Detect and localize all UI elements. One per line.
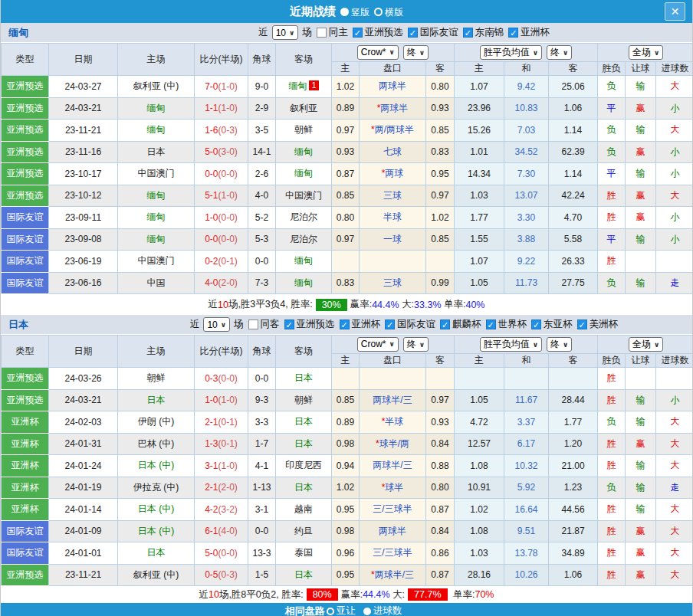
avg-odds-select-value: 胜平负均值 [484, 46, 530, 59]
layout-vertical-label[interactable]: 竖版 [351, 7, 369, 18]
column-header: 角球 [248, 336, 276, 368]
result-handicap: 赢 [626, 207, 656, 229]
away-odds: 0.80 [426, 477, 455, 499]
competition-checkbox[interactable]: ✓ [577, 319, 587, 329]
competition-checkbox[interactable]: ✓ [385, 319, 395, 329]
layout-horizontal-label[interactable]: 横版 [385, 7, 403, 18]
fulltime-score: 4-2 [205, 504, 218, 515]
competition-label[interactable]: 东亚杯 [544, 318, 573, 331]
match-date: 23-11-16 [49, 141, 118, 163]
home-odds [332, 368, 360, 390]
odds-time-select[interactable]: 终∨ [403, 337, 429, 352]
competition-checkbox[interactable]: ✓ [340, 319, 350, 329]
match-type: 亚洲预选 [2, 564, 49, 586]
competition-checkbox[interactable]: ✓ [463, 28, 473, 38]
competition-checkbox[interactable]: ✓ [408, 28, 418, 38]
halftime-score: (2-0) [218, 482, 238, 493]
summary-part: 场,胜3平3负4, 胜率: [228, 298, 313, 311]
sub-column-header: 主 [455, 62, 504, 76]
goals-label[interactable]: 进球数 [373, 605, 402, 616]
corner-score: 9-0 [248, 76, 276, 98]
competition-checkbox[interactable]: ✓ [353, 28, 363, 38]
goals-radio[interactable] [363, 608, 371, 615]
away-team: 朝鲜 [276, 120, 332, 142]
result-goals: 走 [656, 272, 693, 294]
summary-part: 44.4% [363, 589, 389, 600]
sections-container: 缅甸近10∨场同主✓亚洲预选✓国际友谊✓东南锦✓亚洲杯类型日期主场比分(半场)角… [1, 23, 692, 603]
result-handicap: 输 [626, 499, 656, 521]
away-odds: 0.87 [426, 564, 455, 586]
same-venue-checkbox[interactable] [317, 28, 327, 38]
result-wdl: 胜 [598, 542, 626, 565]
competition-label[interactable]: 亚洲预选 [297, 318, 335, 331]
fulltime-score: 7-0 [205, 81, 218, 92]
summary-part: 77.7% [408, 588, 447, 601]
same-venue-checkbox[interactable] [248, 319, 258, 329]
close-icon[interactable]: ✕ [665, 2, 685, 21]
competition-label[interactable]: 亚洲杯 [352, 318, 381, 331]
fulltime-score: 1-1 [205, 103, 218, 113]
competition-label[interactable]: 国际友谊 [420, 26, 458, 39]
scope-select[interactable]: 全场∨ [629, 337, 663, 352]
competition-checkbox[interactable]: ✓ [440, 319, 450, 329]
sub-column-header: 客 [426, 354, 455, 368]
corner-score: 0-0 [248, 368, 276, 390]
result-handicap: 赢 [626, 97, 656, 120]
competition-checkbox[interactable]: ✓ [486, 319, 496, 329]
avg-time-select[interactable]: 终∨ [547, 45, 572, 60]
column-header: 类型 [2, 336, 49, 368]
fulltime-score: 1-6 [205, 125, 218, 136]
away-team: 缅甸 [276, 251, 332, 273]
asian-handicap-label[interactable]: 亚让 [337, 605, 356, 616]
recent-count-select[interactable]: 10∨ [272, 25, 299, 40]
handicap: 两球半/三 [360, 389, 426, 411]
competition-label[interactable]: 亚洲预选 [365, 26, 403, 39]
away-team: 日本 [276, 411, 332, 434]
layout-vertical-radio[interactable] [340, 8, 349, 16]
odds-source-select[interactable]: Crow*∨ [357, 45, 399, 60]
handicap-text: 两球半 [380, 103, 408, 113]
avg-home: 1.08 [455, 520, 504, 542]
corner-score: 2-6 [248, 163, 276, 185]
avg-draw: 13.07 [504, 185, 549, 207]
away-team-name: 日本 [294, 438, 313, 449]
avg-odds-select[interactable]: 胜平负均值∨ [480, 45, 542, 60]
competition-label[interactable]: 国际友谊 [397, 318, 435, 331]
match-date: 24-03-26 [49, 368, 118, 390]
competition-label[interactable]: 世界杯 [498, 318, 527, 331]
competition-label[interactable]: 麒麟杯 [452, 318, 481, 331]
competition-checkbox[interactable]: ✓ [531, 319, 541, 329]
competition-label[interactable]: 东南锦 [475, 26, 504, 39]
fulltime-score: 0-0 [205, 169, 218, 179]
avg-odds-select[interactable]: 胜平负均值∨ [480, 337, 542, 352]
scope-select[interactable]: 全场∨ [629, 45, 663, 60]
asian-handicap-radio[interactable] [327, 608, 334, 615]
result-wdl: 胜 [598, 251, 626, 273]
handicap-text: 两球半 [379, 80, 406, 91]
away-team-name: 中国澳门 [285, 190, 322, 201]
avg-home: 1.05 [455, 389, 504, 411]
corner-score: 2-9 [248, 97, 276, 120]
match-type: 亚洲预选 [2, 185, 49, 207]
odds-source-select[interactable]: Crow*∨ [357, 337, 399, 352]
match-type: 国际友谊 [2, 542, 49, 565]
odds-time-select[interactable]: 终∨ [403, 45, 429, 60]
avg-away: 21.00 [549, 455, 598, 477]
competition-checkbox[interactable]: ✓ [284, 319, 294, 329]
competition-checkbox[interactable]: ✓ [508, 28, 518, 38]
avg-away: 1.77 [549, 411, 598, 434]
result-goals: 大 [656, 542, 693, 565]
handicap-text: 半球 [385, 416, 403, 427]
home-team: 中国 [118, 272, 195, 294]
handicap: *球半/两 [360, 433, 426, 455]
sub-column-header: 和 [504, 354, 549, 368]
layout-horizontal-radio[interactable] [374, 8, 383, 16]
home-team: 缅甸 [118, 228, 195, 251]
avg-draw: 34.52 [504, 141, 549, 163]
competition-label[interactable]: 美洲杯 [590, 318, 619, 331]
recent-count-select[interactable]: 10∨ [203, 317, 230, 332]
avg-away [549, 368, 598, 390]
avg-time-select[interactable]: 终∨ [547, 337, 572, 352]
away-team: 缅甸 [276, 163, 332, 185]
competition-label[interactable]: 亚洲杯 [521, 26, 550, 39]
